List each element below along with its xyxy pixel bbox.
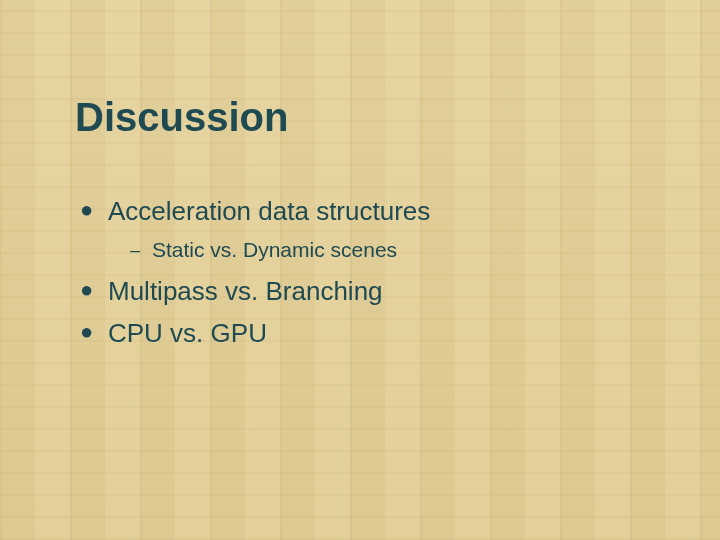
slide-body: ● Acceleration data structures – Static … (80, 195, 430, 359)
sub-bullet-text: Static vs. Dynamic scenes (152, 237, 397, 263)
bullet-item: ● CPU vs. GPU (80, 317, 430, 349)
bullet-item: ● Acceleration data structures (80, 195, 430, 227)
slide: Discussion ● Acceleration data structure… (0, 0, 720, 540)
bullet-text: CPU vs. GPU (108, 317, 267, 349)
bullet-icon: ● (80, 195, 108, 225)
sub-bullet-item: – Static vs. Dynamic scenes (130, 237, 430, 263)
bullet-text: Acceleration data structures (108, 195, 430, 227)
slide-title: Discussion (75, 95, 288, 140)
bullet-icon: ● (80, 275, 108, 305)
dash-icon: – (130, 237, 152, 263)
bullet-item: ● Multipass vs. Branching (80, 275, 430, 307)
bullet-text: Multipass vs. Branching (108, 275, 383, 307)
bullet-icon: ● (80, 317, 108, 347)
